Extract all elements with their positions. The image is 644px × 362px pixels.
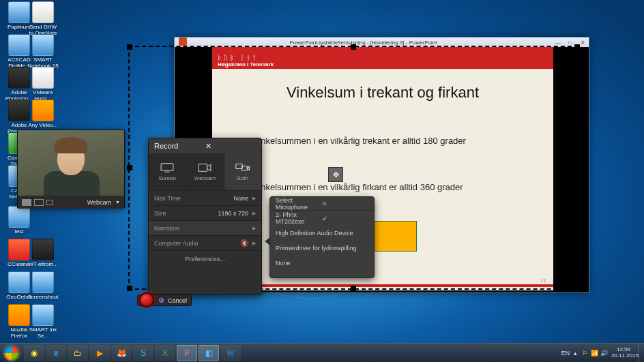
slide-title: Vinkelsum i trekant og firkant: [212, 84, 553, 102]
svg-rect-0: [161, 164, 173, 171]
desktop-icon[interactable]: test: [3, 206, 35, 235]
row-computer-audio[interactable]: Computer Audio 🔇 ▶: [149, 235, 261, 250]
svg-rect-3: [236, 164, 242, 169]
tray-network-icon[interactable]: 📶: [589, 350, 599, 357]
tray-clock[interactable]: 12:58 20.11.2015: [609, 347, 639, 359]
crop-handle[interactable]: [127, 44, 132, 50]
desktop-icon-label: HiT-eltrom...: [27, 262, 59, 268]
institution-name: Høgskolen i Telemark: [218, 61, 548, 67]
mode-screen-label: Screen: [158, 175, 175, 181]
mode-both[interactable]: Both: [224, 153, 261, 190]
crop-handle[interactable]: [574, 286, 580, 291]
tray-volume-icon[interactable]: 🔊: [599, 350, 609, 357]
desktop-icon[interactable]: SMART Notebook 15: [27, 34, 59, 70]
slide-bullet-1: Vinkelsummen i en vilkårlig trekant er a…: [253, 136, 519, 146]
taskbar-word[interactable]: W: [220, 345, 241, 361]
webcam-preview[interactable]: Webcam ▼: [17, 130, 125, 208]
app-icon: [8, 206, 30, 228]
tray-lang[interactable]: EN: [561, 350, 570, 357]
taskbar-ie[interactable]: e: [46, 345, 66, 361]
mode-both-label: Both: [237, 175, 248, 181]
crop-handle[interactable]: [127, 165, 132, 170]
speaker-muted-icon: 🔇: [240, 239, 248, 247]
webcam-icon: [197, 162, 212, 173]
taskbar-skype[interactable]: S: [133, 345, 153, 361]
desktop-icon[interactable]: Send DHW to OneNote: [27, 1, 59, 37]
close-button[interactable]: ✕: [576, 38, 589, 46]
powerpoint-title-text: PowerPoint-lysbildefremvisning - [tessel…: [175, 40, 552, 46]
webcam-label: Webcam: [56, 199, 113, 206]
webcam-toolbar: Webcam ▼: [18, 196, 124, 209]
record-close-icon[interactable]: ✕: [205, 142, 257, 151]
minimize-button[interactable]: —: [552, 38, 564, 46]
mic-item-label: High Definition Audio Device: [276, 230, 368, 237]
taskbar-media[interactable]: ▶: [89, 345, 110, 361]
slide-page-number: 11: [540, 277, 546, 284]
crop-handle[interactable]: [127, 286, 132, 291]
mic-menu-header: Select Microphone ✕: [270, 197, 374, 211]
chevron-right-icon: ▶: [252, 226, 256, 231]
maximize-button[interactable]: □: [564, 38, 576, 46]
svg-rect-2: [199, 164, 207, 172]
show-desktop-button[interactable]: [639, 344, 644, 362]
webcam-size-med-icon[interactable]: [34, 199, 44, 206]
webcam-size-small-icon[interactable]: [46, 200, 53, 205]
record-mode-row: Screen Webcam Both: [149, 153, 261, 190]
row-size[interactable]: Size 1196 x 720 ▶: [149, 205, 261, 220]
taskbar-powerpoint[interactable]: P: [177, 345, 197, 361]
microphone-menu: Select Microphone ✕ 2- Phnx MT202exe✓Hig…: [269, 196, 375, 278]
webcam-dropdown-icon[interactable]: ▼: [115, 200, 120, 205]
mic-menu-close-icon[interactable]: ✕: [322, 200, 368, 207]
record-button[interactable]: [139, 292, 154, 307]
clock-date: 20.11.2015: [611, 353, 636, 359]
app-icon: [32, 1, 54, 23]
gear-icon[interactable]: ⚙: [158, 297, 165, 304]
desktop-icon[interactable]: VMware Horiz...: [27, 67, 59, 102]
move-handle-icon[interactable]: ✥: [328, 167, 343, 182]
mode-screen[interactable]: Screen: [149, 153, 186, 190]
crop-handle[interactable]: [574, 165, 580, 170]
taskbar-explorer[interactable]: 🗀: [68, 345, 88, 361]
taskbar-excel[interactable]: X: [155, 345, 175, 361]
mic-item-label: 2- Phnx MT202exe: [276, 211, 322, 225]
mic-menu-item[interactable]: None: [270, 256, 374, 271]
webcam-size-full-icon[interactable]: [22, 199, 31, 206]
mic-menu-item[interactable]: 2- Phnx MT202exe✓: [270, 211, 374, 226]
narration-label: Narration: [154, 225, 248, 232]
chevron-right-icon: ▶: [252, 241, 256, 246]
chevron-right-icon: ▶: [252, 196, 256, 201]
slide-header: ᚦᚢᛒ ᛁᚾᚨ Høgskolen i Telemark: [212, 47, 553, 69]
mic-menu-item[interactable]: Primærdriver for lydinnspilling: [270, 241, 374, 256]
record-panel: Record ✕ Screen Webcam: [148, 138, 262, 295]
mic-item-label: Primærdriver for lydinnspilling: [276, 245, 368, 252]
size-value: 1196 x 720: [218, 210, 248, 217]
desktop-icon[interactable]: Screenshoot...: [27, 271, 59, 307]
app-icon: [32, 34, 54, 56]
app-icon: [32, 271, 54, 293]
app-icon: [32, 67, 54, 89]
slide-canvas: ᚦᚢᛒ ᛁᚾᚨ Høgskolen i Telemark Vinkelsum i…: [212, 47, 553, 290]
row-maxtime[interactable]: Max Time None ▶: [149, 190, 261, 205]
powerpoint-titlebar[interactable]: PowerPoint-lysbildefremvisning - [tessel…: [175, 37, 589, 47]
mic-menu-item[interactable]: High Definition Audio Device: [270, 226, 374, 241]
tray-up-icon[interactable]: ▴: [570, 350, 580, 357]
row-narration[interactable]: Narration ▶: [149, 220, 261, 235]
app-icon: [32, 304, 54, 326]
desktop-icon[interactable]: Any Video...: [27, 100, 59, 129]
taskbar-screenflow[interactable]: ◧: [199, 345, 219, 361]
desktop-icon[interactable]: SMART Ink Se...: [27, 304, 59, 340]
desktop-icon-label: Any Video...: [27, 123, 59, 129]
tray-flag-icon[interactable]: ⚐: [580, 350, 589, 357]
desktop-icon[interactable]: HiT-eltrom...: [27, 239, 59, 268]
mode-webcam-label: Webcam: [194, 175, 216, 181]
cancel-button[interactable]: Cancel: [168, 297, 187, 304]
preferences-button[interactable]: Preferences...: [149, 250, 261, 267]
taskbar-chrome[interactable]: ◉: [24, 345, 44, 361]
webcam-feed: [18, 130, 124, 196]
taskbar-firefox[interactable]: 🦊: [111, 345, 132, 361]
mode-webcam[interactable]: Webcam: [186, 153, 224, 190]
slide-footer-bar: [212, 284, 553, 287]
start-button[interactable]: [0, 344, 23, 363]
record-titlebar[interactable]: Record ✕: [149, 138, 261, 153]
powerpoint-icon: [179, 37, 187, 46]
